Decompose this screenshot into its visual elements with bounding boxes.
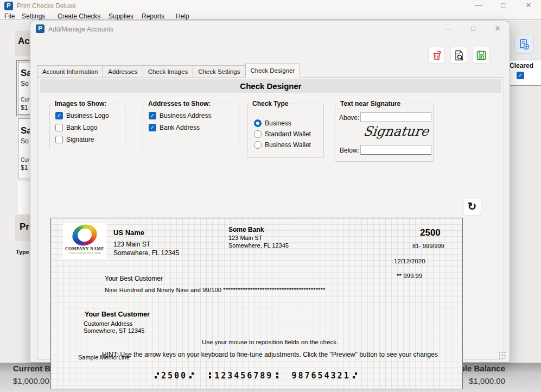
micr-line[interactable]: 2500123456789987654321 bbox=[152, 371, 359, 381]
document-preview-icon bbox=[453, 49, 465, 61]
menu-settings[interactable]: Settings bbox=[22, 12, 45, 20]
business-logo[interactable]: COMPANY NAME YOUR SAMPLE TEXT HERE bbox=[63, 223, 106, 259]
type-label: Type bbox=[16, 249, 29, 255]
menu-create-checks[interactable]: Create Checks bbox=[58, 12, 100, 20]
delete-account-button[interactable] bbox=[428, 47, 445, 64]
check-number[interactable]: 2500 bbox=[420, 227, 441, 238]
checkbox-business-address[interactable]: Business Address bbox=[149, 112, 211, 119]
radio-standard-wallet[interactable]: Standard Wallet bbox=[254, 130, 311, 138]
above-input[interactable] bbox=[360, 112, 431, 122]
check-type-group: Check Type Business Standard Wallet Busi… bbox=[247, 104, 324, 158]
check-designer-page: Check Designer Images to Show: Business … bbox=[37, 77, 504, 360]
below-label: Below: bbox=[340, 147, 359, 154]
dialog-close-icon[interactable]: ✕ bbox=[489, 24, 506, 33]
checkbox-bank-logo[interactable]: Bank Logo bbox=[55, 124, 97, 131]
recipient-name[interactable]: Your Best Customer bbox=[85, 311, 150, 318]
radio-icon bbox=[254, 141, 262, 149]
tab-check-settings[interactable]: Check Settings bbox=[193, 65, 245, 78]
dialog-maximize-icon[interactable]: □ bbox=[464, 24, 482, 33]
radio-business[interactable]: Business bbox=[254, 119, 291, 127]
add-manage-accounts-dialog: P Add/Manage Accounts — □ ✕ bbox=[30, 21, 510, 363]
above-label: Above: bbox=[339, 114, 359, 122]
bank-address1[interactable]: 123 Main ST bbox=[228, 235, 262, 241]
screen: P Print Checks Deluxe — □ ✕ File Setting… bbox=[0, 0, 541, 392]
checkbox-icon bbox=[55, 112, 63, 119]
micr-transit-icon bbox=[275, 372, 279, 378]
dialog-tabs: Account Information Addresses Check Imag… bbox=[37, 64, 300, 78]
fraction-code[interactable]: 81- 999/999 bbox=[412, 243, 444, 249]
dialog-title: Add/Manage Accounts bbox=[48, 26, 113, 33]
bank-name[interactable]: Some Bank bbox=[228, 226, 264, 233]
checkbox-business-logo[interactable]: Business Logo bbox=[55, 112, 109, 119]
cleared-panel: Cleared bbox=[508, 60, 541, 86]
cleared-label: Cleared bbox=[510, 62, 541, 69]
tab-account-information[interactable]: Account Information bbox=[37, 65, 103, 78]
save-button[interactable] bbox=[473, 47, 489, 64]
page-title: Check Designer bbox=[40, 79, 501, 93]
text-near-signature-group: Text near Signature Above: Signature Bel… bbox=[335, 104, 434, 162]
tab-check-designer[interactable]: Check Designer bbox=[245, 64, 301, 78]
payer-name[interactable]: US Name bbox=[113, 229, 144, 237]
radio-business-wallet[interactable]: Business Wallet bbox=[254, 141, 311, 149]
window-title: Print Checks Deluxe bbox=[17, 2, 76, 10]
logo-swirl-icon bbox=[69, 222, 99, 249]
close-icon[interactable]: ✕ bbox=[520, 1, 537, 9]
new-check-button[interactable] bbox=[514, 35, 534, 54]
checkbox-icon bbox=[55, 136, 63, 143]
payee-line[interactable]: Your Best Customer bbox=[105, 275, 163, 282]
recipient-address2[interactable]: Somewhere, ST 12345 bbox=[84, 327, 144, 334]
micr-onus-icon bbox=[155, 372, 159, 378]
check-date[interactable]: 12/12/2020 bbox=[394, 258, 425, 264]
addresses-to-show-group: Addresses to Show: Business Address Bank… bbox=[143, 104, 239, 149]
checkbox-icon bbox=[149, 124, 156, 131]
check-amount[interactable]: ** 999.99 bbox=[397, 273, 422, 279]
dialog-titlebar[interactable]: P Add/Manage Accounts — □ ✕ bbox=[30, 21, 510, 37]
radio-icon bbox=[254, 130, 262, 138]
signature-preview: Signature bbox=[362, 124, 430, 139]
micr-transit-icon bbox=[208, 372, 212, 378]
hint-line2: HINT: Use the arrow keys on your keyboar… bbox=[30, 351, 510, 358]
tab-check-images[interactable]: Check Images bbox=[143, 65, 193, 78]
preview-button[interactable] bbox=[450, 47, 467, 64]
amount-words[interactable]: Nine Hundred and Ninety Nine and 99/100 … bbox=[105, 287, 326, 293]
radio-icon bbox=[254, 119, 262, 127]
menu-supplies[interactable]: Supplies bbox=[109, 12, 133, 20]
refresh-button[interactable]: ↻ bbox=[463, 198, 481, 216]
below-input[interactable] bbox=[360, 145, 431, 155]
logo-company-name: COMPANY NAME bbox=[65, 246, 104, 251]
cleared-checkbox[interactable] bbox=[517, 72, 524, 79]
accounts-panel: Acc Sa So Cur $1 Sa So Cur $1 Pri Type bbox=[0, 21, 33, 363]
checkbox-bank-address[interactable]: Bank Address bbox=[149, 124, 200, 131]
tab-addresses[interactable]: Addresses bbox=[103, 65, 142, 78]
minimize-icon[interactable]: — bbox=[470, 1, 487, 9]
payer-address2[interactable]: Somewhere, FL 12345 bbox=[113, 249, 179, 257]
micr-onus-icon bbox=[189, 372, 194, 378]
menu-reports[interactable]: Reports bbox=[142, 12, 164, 20]
hint-line1: Use your mouse to reposition fields on t… bbox=[30, 339, 510, 345]
main-titlebar: P Print Checks Deluxe — □ ✕ bbox=[0, 0, 541, 12]
trash-icon bbox=[431, 49, 443, 61]
maximize-icon[interactable]: □ bbox=[495, 1, 511, 9]
right-panel: Cleared bbox=[507, 21, 541, 363]
menu-file[interactable]: File bbox=[4, 12, 15, 20]
payer-address1[interactable]: 123 Main ST bbox=[113, 241, 150, 248]
document-add-icon bbox=[518, 39, 530, 50]
logo-tagline: YOUR SAMPLE TEXT HERE bbox=[69, 252, 101, 255]
check-preview[interactable]: COMPANY NAME YOUR SAMPLE TEXT HERE US Na… bbox=[50, 218, 463, 389]
dialog-minimize-icon[interactable]: — bbox=[440, 24, 457, 33]
images-to-show-group: Images to Show: Business Logo Bank Logo … bbox=[49, 104, 125, 149]
menu-help[interactable]: Help bbox=[176, 12, 189, 20]
app-icon: P bbox=[4, 2, 13, 10]
refresh-icon: ↻ bbox=[468, 200, 477, 212]
checkbox-signature[interactable]: Signature bbox=[55, 136, 94, 143]
micr-onus-icon bbox=[353, 372, 357, 378]
resize-grip[interactable] bbox=[499, 352, 506, 359]
menubar: File Settings Create Checks Supplies Rep… bbox=[0, 12, 541, 20]
checkbox-icon bbox=[55, 124, 63, 131]
checkbox-icon bbox=[149, 112, 156, 119]
bank-address2[interactable]: Somewhere, FL 12345 bbox=[228, 242, 289, 249]
dialog-icon: P bbox=[36, 24, 44, 33]
recipient-address1[interactable]: Customer Address bbox=[84, 320, 132, 327]
floppy-save-icon bbox=[475, 49, 487, 61]
